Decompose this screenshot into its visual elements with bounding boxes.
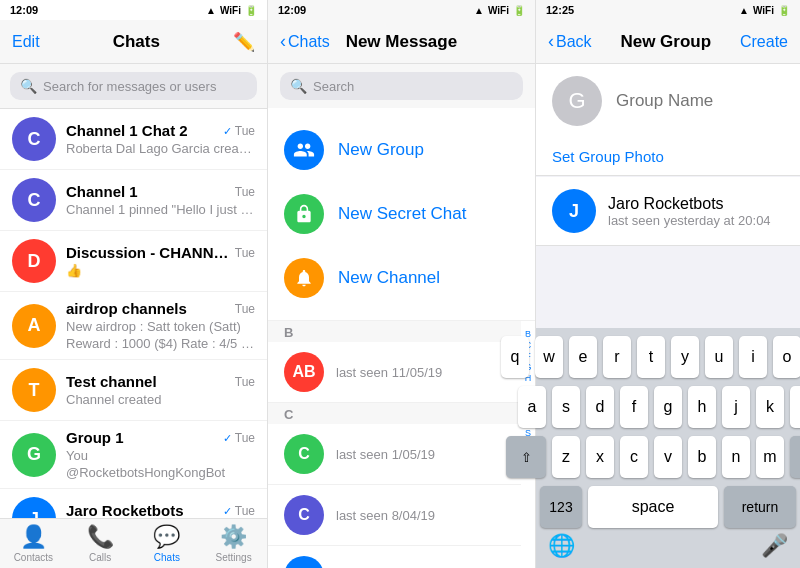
- key-f[interactable]: f: [620, 386, 648, 428]
- num-key[interactable]: 123: [540, 486, 582, 528]
- wifi-icon-2: WiFi: [488, 5, 509, 16]
- key-q[interactable]: q: [501, 336, 529, 378]
- new-message-nav: ‹ Chats New Message: [268, 20, 535, 64]
- space-key[interactable]: space: [588, 486, 718, 528]
- contacts-label: Contacts: [14, 552, 53, 563]
- delete-key[interactable]: ⌫: [790, 436, 800, 478]
- new-secret-label: New Secret Chat: [338, 204, 467, 224]
- member-row: J Jaro Rocketbots last seen yesterday at…: [536, 177, 800, 246]
- tab-settings[interactable]: ⚙️ Settings: [200, 524, 267, 563]
- chat-preview: New airdrop : Satt token (Satt): [66, 319, 255, 334]
- chat-item-discussion[interactable]: D Discussion - CHANNEL 1 Tue 👍: [0, 231, 267, 292]
- tab-chats[interactable]: 💬 Chats: [134, 524, 201, 563]
- p2-search-input[interactable]: 🔍 Search: [280, 72, 523, 100]
- tab-contacts[interactable]: 👤 Contacts: [0, 524, 67, 563]
- key-j[interactable]: j: [722, 386, 750, 428]
- chat-list: C Channel 1 Chat 2 ✓ Tue Roberta Dal Lag…: [0, 109, 267, 518]
- chat-item-airdrop[interactable]: A airdrop channels Tue New airdrop : Sat…: [0, 292, 267, 360]
- key-c[interactable]: c: [620, 436, 648, 478]
- key-a[interactable]: a: [518, 386, 546, 428]
- chats-panel: 12:09 ▲ WiFi 🔋 Edit Chats ✏️ 🔍 Search fo…: [0, 0, 268, 568]
- key-b[interactable]: b: [688, 436, 716, 478]
- key-w[interactable]: w: [535, 336, 563, 378]
- group-name-section: G: [536, 64, 800, 138]
- key-t[interactable]: t: [637, 336, 665, 378]
- shift-key[interactable]: ⇧: [506, 436, 546, 478]
- chat-time: Tue: [235, 185, 255, 199]
- new-channel-item[interactable]: New Channel: [268, 246, 535, 310]
- contact-c1[interactable]: C last seen 1/05/19: [268, 424, 521, 485]
- avatar-ic: IC: [284, 556, 324, 568]
- tab-bar: 👤 Contacts 📞 Calls 💬 Chats ⚙️ Settings: [0, 518, 267, 568]
- new-group-label: New Group: [338, 140, 424, 160]
- chat-item-group1[interactable]: G Group 1 ✓ Tue You @RocketbotsHongKongB…: [0, 421, 267, 489]
- group-avatar[interactable]: G: [552, 76, 602, 126]
- key-g[interactable]: g: [654, 386, 682, 428]
- key-y[interactable]: y: [671, 336, 699, 378]
- time-2: 12:09: [278, 4, 306, 16]
- back-label-2: Back: [556, 33, 592, 51]
- chat-item-testchannel[interactable]: T Test channel Tue Channel created: [0, 360, 267, 421]
- chat-item-channel1chat2[interactable]: C Channel 1 Chat 2 ✓ Tue Roberta Dal Lag…: [0, 109, 267, 170]
- chat-name: Test channel: [66, 373, 157, 390]
- key-z[interactable]: z: [552, 436, 580, 478]
- key-r[interactable]: r: [603, 336, 631, 378]
- contact-ab[interactable]: AB last seen 11/05/19: [268, 342, 521, 403]
- spacer: [536, 246, 800, 328]
- chat-item-jaro[interactable]: J Jaro Rocketbots ✓ Tue https://t.me/joi…: [0, 489, 267, 518]
- avatar-d: D: [12, 239, 56, 283]
- return-key[interactable]: return: [724, 486, 796, 528]
- back-to-chats[interactable]: ‹ Chats: [280, 31, 330, 52]
- chat-content: Channel 1 Chat 2 ✓ Tue Roberta Dal Lago …: [66, 122, 255, 156]
- key-k[interactable]: k: [756, 386, 784, 428]
- avatar-g1: G: [12, 433, 56, 477]
- contact-c2[interactable]: C last seen 8/04/19: [268, 485, 521, 546]
- back-to-message[interactable]: ‹ Back: [548, 31, 592, 52]
- set-group-photo-btn[interactable]: Set Group Photo: [536, 138, 800, 176]
- avatar-t: T: [12, 368, 56, 412]
- key-u[interactable]: u: [705, 336, 733, 378]
- edit-button[interactable]: Edit: [12, 33, 40, 51]
- time-1: 12:09: [10, 4, 38, 16]
- contact-seen-ab: last seen 11/05/19: [336, 365, 505, 380]
- chat-content: Group 1 ✓ Tue You @RocketbotsHongKongBot: [66, 429, 255, 480]
- signal-icon: ▲: [206, 5, 216, 16]
- contact-seen-c1: last seen 1/05/19: [336, 447, 505, 462]
- key-l[interactable]: l: [790, 386, 800, 428]
- new-group-nav: ‹ Back New Group Create: [536, 20, 800, 64]
- compose-icon[interactable]: ✏️: [233, 31, 255, 53]
- status-bar-3: 12:25 ▲ WiFi 🔋: [536, 0, 800, 20]
- chats-nav: Edit Chats ✏️: [0, 20, 267, 64]
- contact-info-c1: last seen 1/05/19: [336, 447, 505, 462]
- key-h[interactable]: h: [688, 386, 716, 428]
- key-o[interactable]: o: [773, 336, 800, 378]
- search-input-1[interactable]: 🔍 Search for messages or users: [10, 72, 257, 100]
- globe-icon[interactable]: 🌐: [548, 533, 575, 559]
- key-s[interactable]: s: [552, 386, 580, 428]
- chevron-icon: ‹: [280, 31, 286, 52]
- key-i[interactable]: i: [739, 336, 767, 378]
- chat-item-channel1[interactable]: C Channel 1 Tue Channel 1 pinned "Hello …: [0, 170, 267, 231]
- create-button[interactable]: Create: [740, 33, 788, 51]
- key-v[interactable]: v: [654, 436, 682, 478]
- chat-name: Channel 1 Chat 2: [66, 122, 188, 139]
- avatar-j: J: [12, 497, 56, 518]
- chats-tab-label: Chats: [154, 552, 180, 563]
- group-name-input[interactable]: [616, 91, 800, 111]
- key-x[interactable]: x: [586, 436, 614, 478]
- key-e[interactable]: e: [569, 336, 597, 378]
- new-group-item[interactable]: New Group: [268, 118, 535, 182]
- tab-calls[interactable]: 📞 Calls: [67, 524, 134, 563]
- search-icon-1: 🔍: [20, 78, 37, 94]
- chat-name: Jaro Rocketbots: [66, 502, 184, 518]
- chat-time: ✓ Tue: [223, 504, 255, 518]
- key-m[interactable]: m: [756, 436, 784, 478]
- signal-icon-2: ▲: [474, 5, 484, 16]
- mic-icon[interactable]: 🎤: [761, 533, 788, 559]
- key-n[interactable]: n: [722, 436, 750, 478]
- key-d[interactable]: d: [586, 386, 614, 428]
- chat-time: Tue: [235, 375, 255, 389]
- contact-ic[interactable]: IC last seen 16/04/19: [268, 546, 521, 568]
- wifi-icon-3: WiFi: [753, 5, 774, 16]
- new-secret-item[interactable]: New Secret Chat: [268, 182, 535, 246]
